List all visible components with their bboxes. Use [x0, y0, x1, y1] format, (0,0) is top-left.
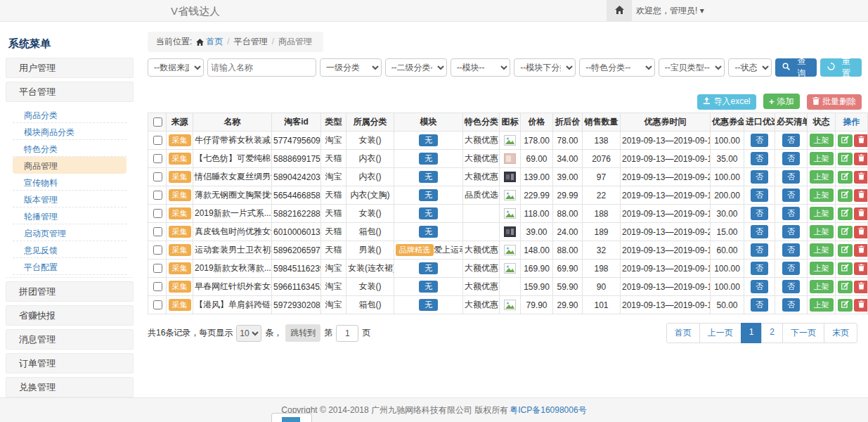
add-button[interactable]: + 添加 [763, 94, 800, 109]
pager-button-下一页[interactable]: 下一页 [782, 323, 824, 343]
name-search-input[interactable] [207, 58, 316, 77]
sidebar-subitem-特色分类[interactable]: 特色分类 [13, 140, 127, 157]
pager-button-末页[interactable]: 末页 [824, 323, 857, 343]
status-toggle[interactable]: 上架 [810, 152, 834, 165]
import-select-toggle[interactable]: 否 [751, 170, 768, 183]
status-toggle[interactable]: 上架 [810, 188, 834, 201]
icp-link[interactable]: 粤ICP备16098006号 [510, 404, 586, 416]
status-toggle[interactable]: 上架 [810, 262, 834, 274]
row-checkbox[interactable] [153, 264, 162, 273]
row-checkbox[interactable] [153, 282, 162, 291]
pager-button-上一页[interactable]: 上一页 [699, 323, 741, 343]
delete-button[interactable] [854, 153, 868, 165]
import-select-toggle[interactable]: 否 [751, 298, 768, 311]
select-all-checkbox[interactable] [153, 117, 162, 127]
delete-button[interactable] [854, 262, 868, 275]
sidebar-subitem-启动页管理[interactable]: 启动页管理 [13, 224, 127, 241]
import-select-toggle[interactable]: 否 [751, 280, 768, 293]
status-toggle[interactable]: 上架 [810, 243, 834, 256]
sidebar-group-用户管理[interactable]: 用户管理 [6, 58, 134, 78]
pager-button-首页[interactable]: 首页 [666, 323, 700, 343]
sidebar-subitem-商品分类[interactable]: 商品分类 [13, 106, 127, 123]
must-buy-toggle[interactable]: 否 [782, 188, 800, 201]
import-select-toggle[interactable]: 否 [751, 152, 768, 165]
edit-button[interactable] [838, 281, 853, 293]
filter-module[interactable]: --模块-- [451, 58, 511, 77]
sidebar-subitem-意见反馈[interactable]: 意见反馈 [13, 241, 127, 258]
filter-module-subcat[interactable]: --模块下分类-- [514, 58, 576, 77]
filter-level2-category[interactable]: --二级分类-- [385, 58, 447, 77]
sidebar-subitem-平台配置[interactable]: 平台配置 [13, 258, 127, 275]
delete-button[interactable] [854, 189, 868, 202]
sidebar-group-兑换管理[interactable]: 兑换管理 [6, 377, 134, 397]
sidebar-subitem-宣传物料[interactable]: 宣传物料 [13, 174, 127, 191]
status-toggle[interactable]: 上架 [810, 134, 834, 146]
import-select-toggle[interactable]: 否 [751, 262, 768, 274]
row-checkbox[interactable] [153, 191, 162, 200]
sidebar-group-平台管理[interactable]: 平台管理 [6, 82, 134, 102]
home-button[interactable] [607, 0, 632, 21]
pager-button-2[interactable]: 2 [761, 323, 783, 343]
import-select-toggle[interactable]: 否 [751, 134, 768, 146]
filter-feature-category[interactable]: --特色分类-- [579, 58, 655, 77]
pager-button-1[interactable]: 1 [741, 323, 763, 343]
row-checkbox[interactable] [153, 209, 162, 218]
jump-button[interactable]: 跳转到 [285, 324, 320, 342]
delete-button[interactable] [854, 171, 868, 184]
status-toggle[interactable]: 上架 [810, 280, 834, 293]
import-select-toggle[interactable]: 否 [751, 188, 768, 201]
user-menu[interactable]: 欢迎您，管理员! ▾ [636, 0, 704, 21]
sidebar-group-订单管理[interactable]: 订单管理 [6, 353, 134, 373]
jump-page-input[interactable] [336, 325, 358, 342]
must-buy-toggle[interactable]: 否 [782, 152, 800, 165]
edit-button[interactable] [838, 299, 853, 312]
import-select-toggle[interactable]: 否 [751, 243, 768, 256]
must-buy-toggle[interactable]: 否 [782, 262, 800, 274]
search-button[interactable]: 查询 [775, 58, 817, 77]
must-buy-toggle[interactable]: 否 [782, 170, 800, 183]
delete-button[interactable] [854, 244, 868, 257]
edit-button[interactable] [838, 244, 853, 257]
edit-button[interactable] [838, 171, 853, 184]
filter-data-source[interactable]: --数据来源-- [148, 58, 204, 77]
edit-button[interactable] [838, 207, 853, 220]
per-page-select[interactable]: 10 [236, 325, 261, 342]
filter-level1-category[interactable]: 一级分类 [320, 58, 382, 77]
must-buy-toggle[interactable]: 否 [782, 134, 800, 146]
import-select-toggle[interactable]: 否 [751, 207, 768, 219]
row-checkbox[interactable] [153, 245, 162, 255]
delete-button[interactable] [854, 299, 868, 312]
sidebar-group-拼团管理[interactable]: 拼团管理 [6, 281, 134, 302]
delete-button[interactable] [854, 281, 868, 293]
must-buy-toggle[interactable]: 否 [782, 207, 800, 219]
edit-button[interactable] [838, 153, 853, 165]
filter-status[interactable]: --状态-- [728, 58, 772, 77]
edit-button[interactable] [838, 189, 853, 202]
delete-button[interactable] [854, 207, 868, 220]
batch-delete-button[interactable]: 批量删除 [807, 94, 862, 110]
status-toggle[interactable]: 上架 [810, 225, 834, 238]
sidebar-subitem-轮播管理[interactable]: 轮播管理 [13, 207, 127, 224]
row-checkbox[interactable] [153, 154, 162, 163]
row-checkbox[interactable] [153, 227, 162, 236]
sidebar-group-省赚快报[interactable]: 省赚快报 [6, 305, 134, 326]
breadcrumb-home-link[interactable]: 首页 [206, 37, 223, 46]
edit-button[interactable] [838, 134, 853, 147]
delete-button[interactable] [854, 134, 868, 147]
must-buy-toggle[interactable]: 否 [782, 225, 800, 238]
row-checkbox[interactable] [153, 300, 162, 309]
must-buy-toggle[interactable]: 否 [782, 243, 800, 256]
delete-button[interactable] [854, 226, 868, 238]
import-select-toggle[interactable]: 否 [751, 225, 768, 238]
sidebar-subitem-模块商品分类[interactable]: 模块商品分类 [13, 123, 127, 140]
row-checkbox[interactable] [153, 136, 162, 145]
sidebar-subitem-版本管理[interactable]: 版本管理 [13, 191, 127, 207]
status-toggle[interactable]: 上架 [810, 207, 834, 219]
sidebar-group-消息管理[interactable]: 消息管理 [6, 329, 134, 350]
status-toggle[interactable]: 上架 [810, 298, 834, 311]
must-buy-toggle[interactable]: 否 [782, 280, 800, 293]
edit-button[interactable] [838, 262, 853, 275]
row-checkbox[interactable] [153, 172, 162, 181]
sidebar-subitem-商品管理[interactable]: 商品管理 [13, 157, 127, 174]
reset-button[interactable]: 重置 [820, 58, 862, 77]
